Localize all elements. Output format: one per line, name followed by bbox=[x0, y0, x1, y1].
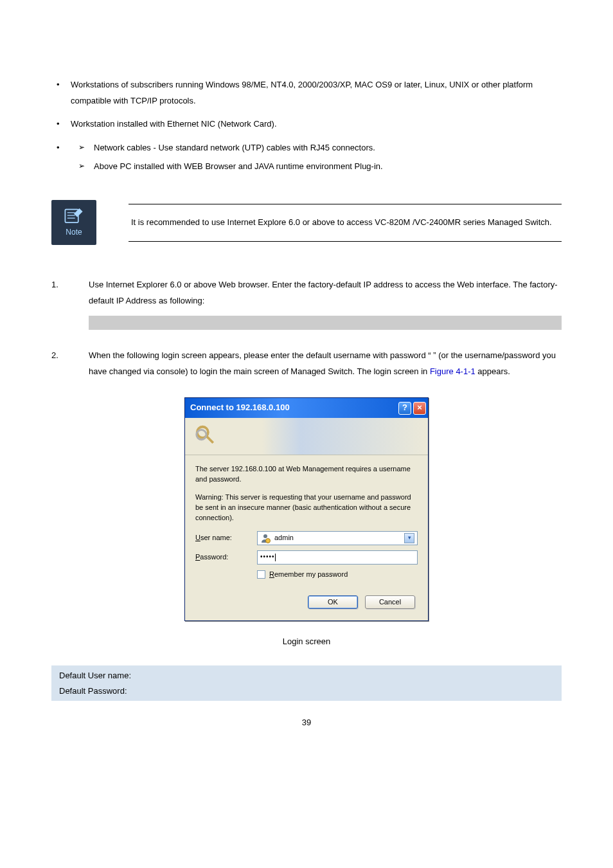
dialog-banner bbox=[185, 418, 428, 455]
dialog-wrapper: Connect to 192.168.0.100 ? × The server … bbox=[51, 397, 562, 621]
sub-text: Above PC installed with WEB Browser and … bbox=[94, 161, 383, 171]
notepad-icon bbox=[63, 206, 85, 225]
figure-reference: Figure 4-1-1 bbox=[430, 366, 475, 376]
warning-message: Warning: This server is requesting that … bbox=[195, 493, 418, 523]
dialog-buttons: OK Cancel bbox=[195, 580, 418, 612]
dropdown-button[interactable]: ▾ bbox=[404, 533, 414, 543]
password-field-wrap: ••••• bbox=[257, 550, 418, 565]
remember-label: Remember my password bbox=[269, 570, 348, 580]
help-button[interactable]: ? bbox=[398, 402, 411, 415]
requirements-list: Workstations of subscribers running Wind… bbox=[51, 77, 562, 174]
username-row: User name: admin ▾ bbox=[195, 531, 418, 545]
password-label: Password: bbox=[195, 552, 257, 563]
note-block: Note It is recommended to use Internet E… bbox=[51, 200, 562, 245]
default-password-label: Default Password: bbox=[59, 686, 127, 696]
remember-checkbox[interactable] bbox=[257, 570, 265, 579]
sub-item: Above PC installed with WEB Browser and … bbox=[94, 159, 562, 175]
ok-button[interactable]: OK bbox=[308, 595, 358, 610]
login-dialog: Connect to 192.168.0.100 ? × The server … bbox=[184, 397, 429, 621]
password-input[interactable]: ••••• bbox=[257, 550, 418, 565]
username-field-wrap: admin ▾ bbox=[257, 531, 418, 545]
username-label: User name: bbox=[195, 533, 257, 543]
sub-text: Network cables - Use standard network (U… bbox=[94, 143, 375, 152]
password-row: Password: ••••• bbox=[195, 550, 418, 565]
step-text: When the following login screen appears,… bbox=[89, 350, 373, 360]
page-number: 39 bbox=[51, 715, 562, 731]
list-item: Workstations of subscribers running Wind… bbox=[71, 77, 562, 109]
list-item-empty: Network cables - Use standard network (U… bbox=[71, 140, 562, 174]
step-body: When the following login screen appears,… bbox=[89, 348, 562, 379]
password-value: ••••• bbox=[260, 552, 275, 562]
step-text: with password “ bbox=[373, 350, 431, 360]
remember-row: Remember my password bbox=[257, 570, 418, 580]
step-number: 1. bbox=[51, 277, 89, 329]
sub-item: Network cables - Use standard network (U… bbox=[94, 140, 562, 156]
dialog-titlebar: Connect to 192.168.0.100 ? × bbox=[185, 398, 428, 418]
default-password-row: Default Password: bbox=[59, 683, 554, 698]
figure-caption: Login screen bbox=[51, 634, 562, 650]
step-2: 2. When the following login screen appea… bbox=[51, 348, 562, 379]
cancel-button[interactable]: Cancel bbox=[365, 595, 415, 610]
steps-list: 1. Use Internet Explorer 6.0 or above We… bbox=[51, 277, 562, 379]
bullet-text: Workstation installed with Ethernet NIC … bbox=[71, 119, 277, 129]
ip-address-bar bbox=[89, 316, 562, 330]
step-1: 1. Use Internet Explorer 6.0 or above We… bbox=[51, 277, 562, 329]
default-username-row: Default User name: bbox=[59, 668, 554, 683]
sub-list: Network cables - Use standard network (U… bbox=[71, 140, 562, 174]
step-body: Use Internet Explorer 6.0 or above Web b… bbox=[89, 277, 562, 329]
person-icon bbox=[260, 533, 271, 543]
text-caret bbox=[275, 554, 276, 561]
step-number: 2. bbox=[51, 348, 89, 379]
step-text: Use Internet Explorer 6.0 or above Web b… bbox=[89, 280, 558, 305]
server-message: The server 192.168.0.100 at Web Manageme… bbox=[195, 464, 418, 485]
note-label: Note bbox=[66, 225, 82, 240]
list-item: Workstation installed with Ethernet NIC … bbox=[71, 116, 562, 132]
note-text: It is recommended to use Internet Explor… bbox=[131, 217, 552, 227]
close-button[interactable]: × bbox=[413, 402, 426, 415]
default-username-label: Default User name: bbox=[59, 671, 131, 680]
note-icon: Note bbox=[51, 200, 96, 245]
dialog-title: Connect to 192.168.0.100 bbox=[190, 400, 396, 416]
username-value: admin bbox=[274, 533, 404, 543]
step-text: appears. bbox=[477, 366, 510, 376]
keys-icon bbox=[194, 424, 218, 448]
svg-point-7 bbox=[263, 534, 267, 538]
dialog-body: The server 192.168.0.100 at Web Manageme… bbox=[185, 455, 428, 621]
username-input[interactable]: admin ▾ bbox=[257, 531, 418, 545]
svg-point-8 bbox=[266, 538, 271, 543]
bullet-text: Workstations of subscribers running Wind… bbox=[71, 80, 533, 105]
defaults-box: Default User name: Default Password: bbox=[51, 665, 562, 701]
note-text-cell: It is recommended to use Internet Explor… bbox=[129, 204, 562, 242]
